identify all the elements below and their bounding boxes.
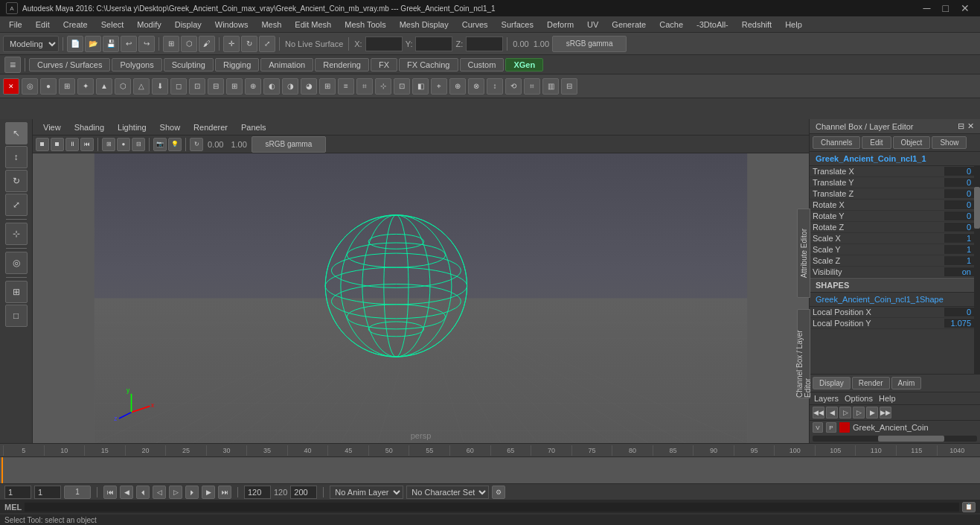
menu-windows[interactable]: Windows xyxy=(209,19,254,31)
options-menu[interactable]: Options xyxy=(845,394,873,403)
translate-x-value[interactable]: 0 xyxy=(944,167,974,176)
layers-btn-1[interactable]: ◀◀ xyxy=(813,407,824,419)
tool-icon-14[interactable]: ⊕ xyxy=(245,78,261,95)
translate-y-value[interactable]: 0 xyxy=(944,178,974,187)
tool-icon-16[interactable]: ◑ xyxy=(282,78,298,95)
anim-tab[interactable]: Anim xyxy=(891,377,922,389)
title-controls[interactable]: ─ □ ✕ xyxy=(919,2,974,14)
vp-btn-1[interactable]: ⏹ xyxy=(36,138,49,151)
channel-scrollbar[interactable] xyxy=(974,166,980,374)
vp-cycle-btn[interactable]: ↻ xyxy=(190,138,203,151)
tool-icon-7[interactable]: ⬡ xyxy=(115,78,131,95)
x-field[interactable] xyxy=(365,36,403,51)
next-key-btn[interactable]: ▶ xyxy=(202,486,215,499)
rotate-z-value[interactable]: 0 xyxy=(944,223,974,232)
prev-key-btn[interactable]: ◀ xyxy=(120,486,133,499)
mel-input[interactable] xyxy=(25,503,959,512)
playback-current-field[interactable] xyxy=(34,486,61,499)
anim-layer-select[interactable]: No Anim Layer xyxy=(330,486,403,499)
menu-3dto[interactable]: -3DtoAll- xyxy=(691,19,734,31)
viewport-menu-view[interactable]: View xyxy=(37,121,67,133)
viewport-canvas[interactable]: x y z persp xyxy=(33,153,809,443)
goto-end-btn[interactable]: ⏭ xyxy=(218,486,231,499)
snap-button[interactable]: ⊞ xyxy=(5,281,28,303)
tool-icon-10[interactable]: ◻ xyxy=(170,78,187,95)
new-scene-button[interactable]: 📄 xyxy=(67,36,83,52)
tool-icon-6[interactable]: ▲ xyxy=(96,78,112,95)
menu-redshift[interactable]: Redshift xyxy=(736,19,778,31)
tool-icon-5[interactable]: ✦ xyxy=(77,78,94,95)
timeline-track[interactable] xyxy=(0,457,980,484)
object-menu[interactable]: Object xyxy=(893,136,931,149)
menu-select[interactable]: Select xyxy=(95,19,130,31)
y-field[interactable] xyxy=(415,36,452,51)
channel-scrollbar-thumb[interactable] xyxy=(974,187,980,229)
lasso-button[interactable]: ⬡ xyxy=(181,36,197,52)
rotate-tool-button[interactable]: ↻ xyxy=(5,170,28,192)
tool-icon-19[interactable]: ≡ xyxy=(338,78,354,95)
local-pos-y-value[interactable]: 1.075 xyxy=(944,319,974,328)
menu-generate[interactable]: Generate xyxy=(606,19,652,31)
prev-frame-btn[interactable]: ⏴ xyxy=(136,486,150,499)
menu-display[interactable]: Display xyxy=(169,19,208,31)
next-frame-btn[interactable]: ⏵ xyxy=(185,486,199,499)
z-field[interactable] xyxy=(466,36,503,51)
paint-select-button[interactable]: 🖌 xyxy=(199,36,215,52)
move-button[interactable]: ✛ xyxy=(223,36,240,52)
edit-menu[interactable]: Edit xyxy=(862,136,891,149)
tab-animation[interactable]: Animation xyxy=(260,58,313,71)
layer-color-swatch[interactable] xyxy=(839,422,850,433)
scale-tool-button[interactable]: ⤢ xyxy=(5,194,28,216)
layers-btn-6[interactable]: ▶▶ xyxy=(880,407,891,419)
local-pos-x-value[interactable]: 0 xyxy=(944,308,974,316)
vp-smooth-btn[interactable]: ● xyxy=(117,138,130,151)
tool-icon-25[interactable]: ⊕ xyxy=(449,78,466,95)
tool-icon-31[interactable]: ⊟ xyxy=(561,78,577,95)
mode-select[interactable]: Modeling xyxy=(3,36,59,52)
translate-z-value[interactable]: 0 xyxy=(944,189,974,198)
layer-playback-toggle[interactable]: P xyxy=(826,422,836,433)
menu-file[interactable]: File xyxy=(3,19,28,31)
tool-icon-12[interactable]: ⊟ xyxy=(208,78,224,95)
attribute-editor-tab[interactable]: Attribute Editor xyxy=(797,209,810,298)
scale-button[interactable]: ⤢ xyxy=(259,36,275,52)
tool-icon-20[interactable]: ⌗ xyxy=(356,78,373,95)
undo-button[interactable]: ↩ xyxy=(121,36,137,52)
tab-polygons[interactable]: Polygons xyxy=(112,58,161,71)
range-end-field[interactable] xyxy=(290,486,317,499)
layers-btn-5[interactable]: ▶ xyxy=(866,407,878,419)
rotate-button[interactable]: ↻ xyxy=(241,36,257,52)
tab-sculpting[interactable]: Sculpting xyxy=(164,58,214,71)
menu-mesh-display[interactable]: Mesh Display xyxy=(394,19,455,31)
vp-colorspace-btn[interactable]: sRGB gamma xyxy=(252,136,326,153)
vp-btn-2[interactable]: ⏹ xyxy=(51,138,64,151)
tool-icon-11[interactable]: ⊡ xyxy=(189,78,205,95)
channel-box-close-btn[interactable]: ✕ xyxy=(967,121,974,131)
redo-button[interactable]: ↪ xyxy=(138,36,155,52)
tab-curves-surfaces[interactable]: Curves / Surfaces xyxy=(29,58,110,71)
tool-icon-29[interactable]: ⌗ xyxy=(524,78,540,95)
frame-indicator[interactable]: 1 xyxy=(64,486,91,499)
vp-btn-4[interactable]: ⏮ xyxy=(80,138,94,151)
play-back-btn[interactable]: ◁ xyxy=(153,486,166,499)
universal-tool-button[interactable]: ⊹ xyxy=(5,223,28,245)
sidebar-toggle[interactable]: ≡ xyxy=(4,57,21,73)
goto-start-btn[interactable]: ⏮ xyxy=(103,486,117,499)
viewport-menu-renderer[interactable]: Renderer xyxy=(188,121,234,133)
scale-y-value[interactable]: 1 xyxy=(944,245,974,254)
tool-icon-4[interactable]: ⊞ xyxy=(59,78,75,95)
menu-modify[interactable]: Modify xyxy=(131,19,167,31)
tool-icon-21[interactable]: ⊹ xyxy=(375,78,391,95)
tab-rigging[interactable]: Rigging xyxy=(215,58,259,71)
snap2-button[interactable]: □ xyxy=(5,305,28,327)
menu-edit-mesh[interactable]: Edit Mesh xyxy=(289,19,337,31)
script-editor-btn[interactable]: 📋 xyxy=(962,502,976,512)
display-tab[interactable]: Display xyxy=(813,377,851,389)
menu-mesh-tools[interactable]: Mesh Tools xyxy=(339,19,391,31)
layers-btn-2[interactable]: ◀ xyxy=(826,407,838,419)
tool-icon-15[interactable]: ◐ xyxy=(263,78,280,95)
render-tab[interactable]: Render xyxy=(852,377,890,389)
menu-uv[interactable]: UV xyxy=(581,19,604,31)
help-menu[interactable]: Help xyxy=(879,394,896,403)
maximize-button[interactable]: □ xyxy=(938,2,953,14)
